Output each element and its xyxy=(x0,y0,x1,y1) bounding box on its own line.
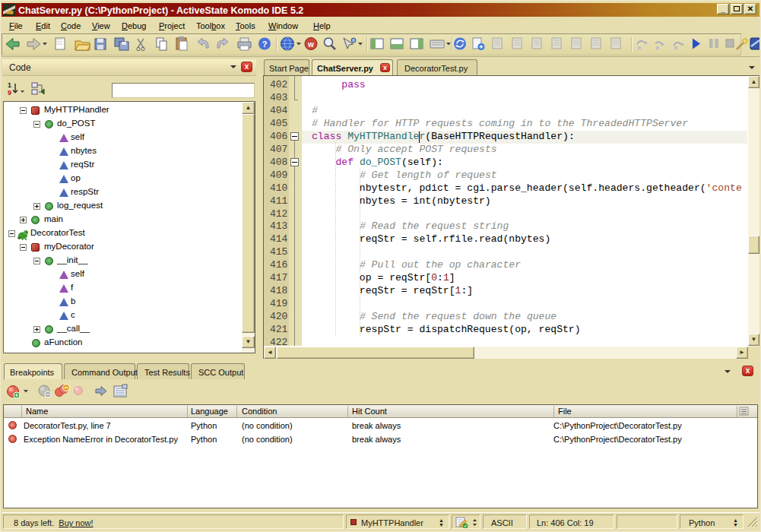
svg-text:w: w xyxy=(307,40,314,49)
svg-text:1: 1 xyxy=(8,81,11,89)
svg-text:?: ? xyxy=(262,40,268,49)
svg-text:9: 9 xyxy=(8,89,11,97)
